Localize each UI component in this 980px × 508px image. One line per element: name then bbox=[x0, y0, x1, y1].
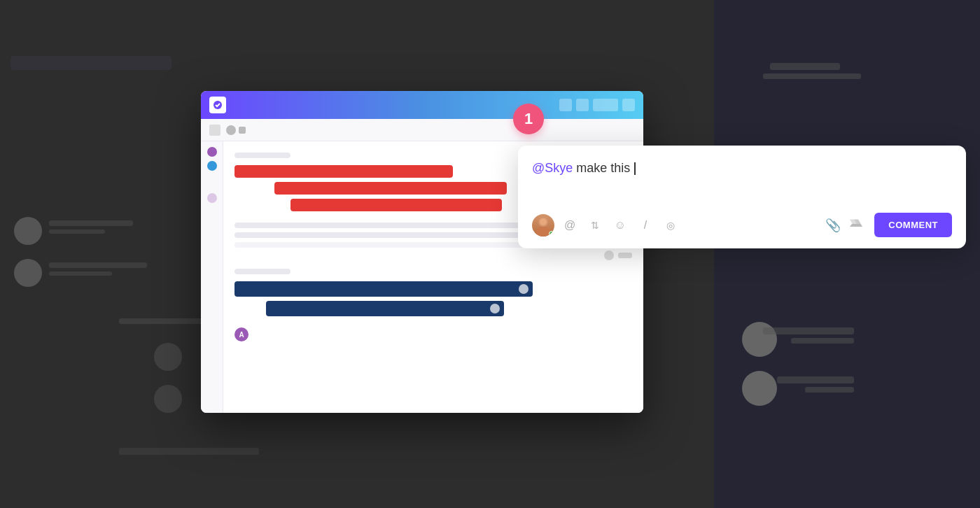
comment-popup: @Skye make this @ ⇅ ☺ / bbox=[518, 146, 966, 248]
grid-toolbar-icon bbox=[209, 125, 220, 136]
notification-badge: 1 bbox=[513, 104, 544, 134]
bg-avatar bbox=[14, 217, 42, 245]
bg-text bbox=[49, 230, 105, 234]
bg-element bbox=[10, 56, 172, 70]
gantt-row-blue bbox=[266, 301, 632, 316]
screenshot-card: A bbox=[201, 91, 643, 413]
bg-avatar-right bbox=[742, 371, 777, 406]
comment-text-area: @Skye make this bbox=[532, 160, 952, 202]
text-cursor bbox=[634, 162, 636, 175]
bg-avatar bbox=[14, 259, 42, 287]
assign-icon[interactable]: ⇅ bbox=[585, 216, 605, 235]
header-icons bbox=[559, 99, 635, 111]
bar-avatar-2 bbox=[490, 304, 500, 313]
blue-gantt-section bbox=[234, 269, 632, 316]
sidebar-dot-purple bbox=[207, 147, 217, 157]
grid-icon bbox=[622, 99, 635, 111]
blue-bar-2 bbox=[266, 301, 504, 316]
toolbar-avatar bbox=[226, 125, 236, 135]
comment-submit-button[interactable]: COMMENT bbox=[874, 213, 952, 237]
small-text bbox=[618, 253, 632, 258]
bg-text-right bbox=[805, 387, 854, 393]
bg-text-right bbox=[770, 63, 840, 70]
comment-toolbar: @ ⇅ ☺ / ◎ 📎 COMMENT bbox=[532, 213, 952, 237]
bg-avatar bbox=[154, 343, 182, 371]
app-logo bbox=[209, 97, 226, 113]
mention-icon[interactable]: @ bbox=[560, 216, 580, 235]
bottom-avatar: A bbox=[234, 327, 248, 341]
bg-text bbox=[119, 448, 259, 455]
commenter-avatar bbox=[532, 214, 554, 237]
slash-icon[interactable]: / bbox=[636, 216, 655, 235]
bg-avatar bbox=[154, 385, 182, 413]
red-bar-3 bbox=[290, 199, 503, 211]
red-bar-2 bbox=[274, 182, 507, 195]
svg-point-3 bbox=[540, 218, 547, 225]
bg-text bbox=[49, 262, 147, 268]
bg-text-right bbox=[777, 376, 854, 383]
bell-icon bbox=[559, 99, 572, 111]
red-bar-1 bbox=[234, 165, 453, 178]
svg-point-2 bbox=[536, 227, 550, 237]
bottom-avatar-row: A bbox=[234, 327, 632, 341]
bg-text-right bbox=[763, 73, 861, 79]
attachment-icon[interactable]: 📎 bbox=[825, 218, 841, 233]
online-status-dot bbox=[549, 231, 554, 237]
avatar-icon bbox=[593, 99, 618, 111]
emoji-icon[interactable]: ☺ bbox=[610, 216, 630, 235]
blue-bar-1 bbox=[234, 281, 533, 297]
comment-body-text: make this bbox=[573, 161, 634, 175]
bar-avatar bbox=[519, 284, 528, 294]
sidebar-dot-small bbox=[207, 193, 217, 203]
app-toolbar bbox=[201, 119, 643, 141]
drive-icon[interactable] bbox=[849, 217, 863, 233]
toolbar-add bbox=[239, 127, 246, 134]
bg-text-right bbox=[791, 338, 854, 344]
bg-text-right bbox=[763, 327, 854, 334]
small-icon bbox=[604, 251, 614, 260]
search-icon bbox=[576, 99, 589, 111]
mention-text: @Skye bbox=[532, 161, 573, 175]
bg-text bbox=[49, 271, 112, 276]
bg-text bbox=[49, 220, 133, 226]
gantt-row-blue bbox=[234, 281, 632, 297]
sidebar-dot-blue bbox=[207, 161, 217, 171]
section-title-bar bbox=[234, 153, 290, 158]
section-title-bar-blue bbox=[234, 269, 290, 274]
app-sidebar bbox=[201, 141, 223, 413]
app-header bbox=[201, 91, 643, 119]
target-icon[interactable]: ◎ bbox=[661, 216, 680, 235]
